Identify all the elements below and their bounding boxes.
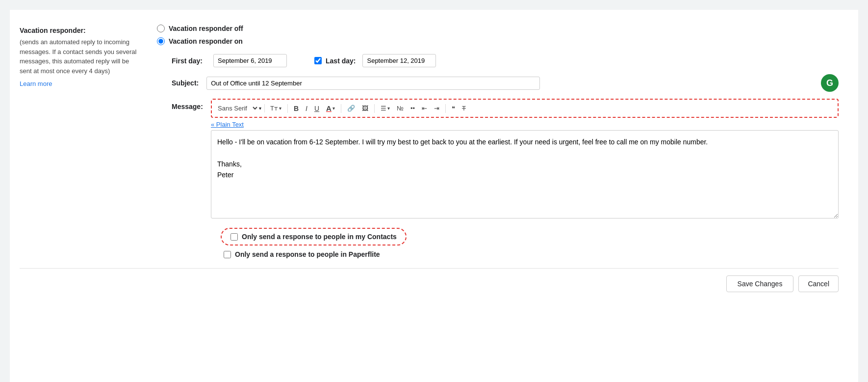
toolbar-separator-1 <box>287 104 288 113</box>
last-day-input[interactable] <box>362 54 436 67</box>
link-button[interactable]: 🔗 <box>345 103 357 113</box>
form-section: First day: Last day: Subject: G <box>172 54 839 258</box>
quote-icon: ❝ <box>452 105 455 112</box>
contacts-checkbox-label[interactable]: Only send a response to people in my Con… <box>221 228 407 246</box>
align-chevron: ▾ <box>387 106 390 111</box>
subject-label: Subject: <box>172 79 199 87</box>
italic-button[interactable]: I <box>303 103 310 114</box>
left-panel: Vacation responder: (sends an automated … <box>20 25 152 258</box>
toolbar-separator-2 <box>341 104 341 113</box>
message-editor: Sans Serif Serif Monospace ▾ Tᴛ ▾ <box>211 99 839 220</box>
learn-more-link[interactable]: Learn more <box>20 80 52 87</box>
image-icon: 🖼 <box>362 105 368 112</box>
toolbar-separator-3 <box>374 104 375 113</box>
link-icon: 🔗 <box>347 105 355 112</box>
subject-input[interactable] <box>206 77 540 90</box>
font-color-chevron: ▾ <box>332 106 335 111</box>
message-label: Message: <box>172 99 206 110</box>
last-day-checkbox[interactable] <box>314 57 322 64</box>
paperflite-label-text: Only send a response to people in Paperf… <box>235 250 380 258</box>
contacts-label-text: Only send a response to people in my Con… <box>242 233 397 241</box>
quote-button[interactable]: ❝ <box>449 103 458 113</box>
plain-text-link[interactable]: « Plain Text <box>211 118 839 130</box>
clear-format-icon: T <box>462 105 466 112</box>
font-select-group: Sans Serif Serif Monospace ▾ <box>216 104 265 112</box>
indent-more-icon: ⇥ <box>434 105 439 112</box>
font-color-label: A <box>326 104 332 112</box>
align-icon: ☰ <box>381 105 386 112</box>
radio-on-item[interactable]: Vacation responder on <box>157 37 839 45</box>
text-size-icon: Tᴛ <box>270 105 278 112</box>
footer-buttons: Save Changes Cancel <box>20 275 839 292</box>
radio-off-input[interactable] <box>157 25 165 32</box>
font-select[interactable]: Sans Serif Serif Monospace <box>216 104 259 112</box>
avatar: G <box>821 74 839 92</box>
paperflite-checkbox-label[interactable]: Only send a response to people in Paperf… <box>224 250 839 258</box>
contacts-checkbox[interactable] <box>230 233 238 241</box>
dates-row: First day: Last day: <box>172 54 839 67</box>
footer-divider <box>20 268 839 269</box>
bullet-list-button[interactable]: •• <box>408 103 417 113</box>
align-button[interactable]: ☰ ▾ <box>378 103 392 113</box>
image-button[interactable]: 🖼 <box>359 103 371 113</box>
settings-page: Vacation responder: (sends an automated … <box>10 10 858 382</box>
bold-button[interactable]: B <box>291 103 301 114</box>
last-day-label: Last day: <box>326 57 356 65</box>
font-select-chevron: ▾ <box>259 106 261 111</box>
radio-on-label: Vacation responder on <box>169 37 243 45</box>
first-day-label: First day: <box>172 57 203 65</box>
last-day-group: Last day: <box>314 54 436 67</box>
paperflite-checkbox[interactable] <box>224 251 231 258</box>
save-changes-button[interactable]: Save Changes <box>726 275 794 292</box>
subject-row: Subject: G <box>172 74 839 92</box>
checkbox-section: Only send a response to people in my Con… <box>221 228 839 258</box>
clear-format-button[interactable]: T <box>460 103 468 113</box>
bullet-list-icon: •• <box>410 105 415 112</box>
message-row: Message: Sans Serif Serif Monospace <box>172 99 839 220</box>
indent-less-icon: ⇤ <box>422 105 427 112</box>
message-toolbar: Sans Serif Serif Monospace ▾ Tᴛ ▾ <box>211 99 839 118</box>
right-panel: Vacation responder off Vacation responde… <box>152 25 839 258</box>
text-size-chevron: ▾ <box>279 106 281 111</box>
numbered-list-button[interactable]: № <box>394 103 406 113</box>
radio-off-label: Vacation responder off <box>169 25 243 32</box>
font-color-button[interactable]: A ▾ <box>324 103 337 114</box>
numbered-list-icon: № <box>397 105 404 112</box>
message-textarea[interactable]: Hello - I'll be on vacation from 6-12 Se… <box>211 130 839 218</box>
indent-less-button[interactable]: ⇤ <box>419 103 430 113</box>
section-description: (sends an automated reply to incoming me… <box>20 37 137 76</box>
first-day-input[interactable] <box>213 54 287 67</box>
underline-button[interactable]: U <box>312 103 322 114</box>
subject-and-avatar: G <box>206 74 839 92</box>
indent-more-button[interactable]: ⇥ <box>432 103 442 113</box>
toolbar-separator-4 <box>445 104 446 113</box>
radio-on-input[interactable] <box>157 37 165 45</box>
section-title: Vacation responder: <box>20 27 137 34</box>
text-size-button[interactable]: Tᴛ ▾ <box>268 103 284 113</box>
cancel-button[interactable]: Cancel <box>798 275 839 292</box>
vacation-responder-radio-group: Vacation responder off Vacation responde… <box>157 25 839 45</box>
radio-off-item[interactable]: Vacation responder off <box>157 25 839 32</box>
